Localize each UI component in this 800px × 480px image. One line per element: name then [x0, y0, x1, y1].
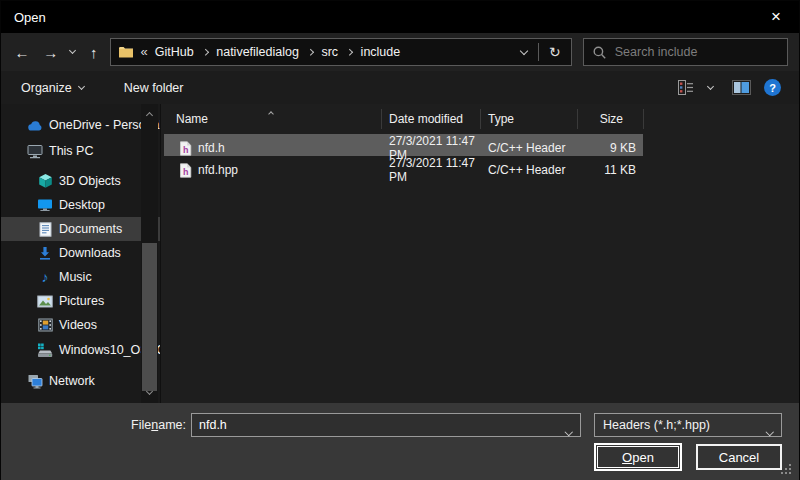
computer-icon — [27, 143, 43, 159]
file-name-cell: h nfd.h — [164, 141, 382, 156]
sort-ascending-icon — [269, 105, 273, 119]
back-arrow-icon: ← — [14, 44, 29, 61]
network-icon — [27, 373, 43, 389]
scrollbar-thumb[interactable] — [142, 243, 157, 391]
new-folder-button[interactable]: New folder — [124, 81, 184, 95]
address-bar[interactable]: « GitHub nativefiledialog src include ↻ — [110, 38, 572, 66]
up-arrow-icon: ↑ — [90, 44, 98, 61]
file-name: nfd.h — [198, 141, 225, 155]
file-date-cell: 27/3/2021 11:47 PM — [382, 156, 481, 184]
open-button[interactable]: Open — [597, 446, 679, 468]
onedrive-cloud-icon — [27, 117, 43, 133]
preview-pane-icon[interactable] — [732, 80, 751, 95]
file-type-cell: C/C++ Header — [481, 163, 578, 177]
breadcrumb-item-github[interactable]: GitHub — [151, 45, 198, 59]
folder-icon — [118, 45, 134, 59]
organize-label: Organize — [21, 81, 72, 95]
search-icon — [593, 46, 606, 59]
breadcrumb-item-include[interactable]: include — [357, 45, 405, 59]
navigation-bar: ← → ↑ « GitHub nativefiledialog src incl… — [1, 33, 799, 71]
forward-arrow-icon: → — [43, 44, 58, 61]
help-icon[interactable]: ? — [764, 79, 781, 96]
details-view-icon[interactable] — [678, 80, 695, 95]
sidebar-item-onedrive[interactable]: OneDrive - Personal — [1, 113, 160, 137]
sidebar-item-windows-drive[interactable]: Windows10_OS (C:) — [1, 338, 160, 362]
file-type-value: Headers (*.h;*.hpp) — [603, 418, 710, 432]
close-button[interactable]: × — [753, 1, 799, 33]
chevron-down-icon[interactable] — [566, 423, 572, 437]
address-dropdown-button[interactable] — [510, 39, 538, 65]
command-bar: Organize New folder ? — [1, 71, 799, 104]
sidebar-item-label: Music — [59, 270, 92, 284]
column-header-date-modified[interactable]: Date modified — [382, 109, 481, 129]
header-file-icon: h — [179, 141, 192, 156]
file-size-cell: 9 KB — [578, 141, 640, 155]
file-name-input[interactable] — [192, 414, 580, 436]
sidebar-item-label: Pictures — [59, 294, 104, 308]
back-button[interactable]: ← — [7, 38, 37, 66]
desktop-icon — [37, 197, 53, 213]
file-name-cell: h nfd.hpp — [164, 163, 382, 178]
sidebar-item-label: Network — [49, 374, 95, 388]
cancel-button[interactable]: Cancel — [696, 444, 782, 470]
dialog-content: OneDrive - Personal This PC — [1, 104, 799, 403]
svg-text:h: h — [183, 166, 189, 176]
chevron-down-icon — [520, 46, 528, 54]
sidebar-item-pictures[interactable]: Pictures — [1, 289, 160, 313]
file-list-pane: Name Date modified Type Size h nfd.h 27/… — [161, 104, 799, 403]
search-box — [583, 38, 788, 66]
chevron-down-icon — [146, 388, 153, 395]
file-type-select[interactable]: Headers (*.h;*.hpp) — [594, 413, 782, 437]
sidebar-item-label: Desktop — [59, 198, 105, 212]
resize-grip[interactable] — [781, 464, 783, 466]
organize-button[interactable]: Organize — [21, 81, 84, 95]
file-type-cell: C/C++ Header — [481, 141, 578, 155]
sidebar-item-network[interactable]: Network — [1, 369, 160, 393]
sidebar-scrollbar[interactable] — [141, 104, 158, 403]
breadcrumb-item-src[interactable]: src — [317, 45, 342, 59]
scroll-down-button[interactable] — [141, 385, 158, 401]
sidebar-item-downloads[interactable]: Downloads — [1, 241, 160, 265]
column-header-type[interactable]: Type — [481, 109, 578, 129]
breadcrumb-separator-icon — [307, 49, 313, 55]
sidebar-item-3d-objects[interactable]: 3D Objects — [1, 169, 160, 193]
view-dropdown-chevron-icon[interactable] — [707, 82, 714, 89]
sidebar-item-music[interactable]: ♪ Music — [1, 265, 160, 289]
column-headers: Name Date modified Type Size — [161, 104, 799, 134]
sidebar-item-videos[interactable]: Videos — [1, 313, 160, 337]
file-name: nfd.hpp — [198, 163, 238, 177]
svg-text:h: h — [183, 144, 189, 154]
breadcrumb-overflow[interactable]: « — [141, 44, 148, 59]
up-button[interactable]: ↑ — [81, 38, 107, 66]
sidebar-item-documents[interactable]: Documents — [1, 217, 160, 241]
sidebar-item-label: Downloads — [59, 246, 121, 260]
sidebar-item-this-pc[interactable]: This PC — [1, 139, 160, 163]
forward-button[interactable]: → — [37, 38, 65, 66]
breadcrumb-item-nativefiledialog[interactable]: nativefiledialog — [212, 45, 303, 59]
sidebar-item-label: Videos — [59, 318, 97, 332]
sidebar-item-label: This PC — [49, 144, 93, 158]
column-header-size[interactable]: Size — [578, 109, 644, 129]
file-row-nfd-h[interactable]: h nfd.h 27/3/2021 11:47 PM C/C++ Header … — [164, 134, 643, 156]
scroll-up-button[interactable] — [141, 106, 158, 122]
file-name-label-accel: n — [151, 418, 158, 432]
sidebar-item-label: 3D Objects — [59, 174, 121, 188]
sidebar-item-desktop[interactable]: Desktop — [1, 193, 160, 217]
title-bar: Open × — [1, 1, 799, 33]
dialog-footer: File name: Headers (*.h;*.hpp) Open Canc… — [1, 403, 799, 480]
music-note-icon: ♪ — [37, 269, 53, 285]
recent-locations-button[interactable] — [65, 38, 81, 66]
file-name-label: File name: — [1, 413, 186, 437]
header-file-icon: h — [179, 163, 192, 178]
new-folder-label: New folder — [124, 81, 184, 95]
chevron-up-icon — [146, 112, 153, 119]
hard-drive-icon — [37, 342, 53, 358]
search-input[interactable] — [615, 45, 778, 59]
file-size-cell: 11 KB — [578, 163, 640, 177]
view-controls: ? — [678, 79, 781, 96]
refresh-icon: ↻ — [549, 44, 561, 60]
sidebar-item-label: Documents — [59, 222, 122, 236]
file-row-nfd-hpp[interactable]: h nfd.hpp 27/3/2021 11:47 PM C/C++ Heade… — [164, 156, 643, 178]
refresh-button[interactable]: ↻ — [539, 39, 571, 65]
chevron-down-icon — [767, 423, 773, 437]
